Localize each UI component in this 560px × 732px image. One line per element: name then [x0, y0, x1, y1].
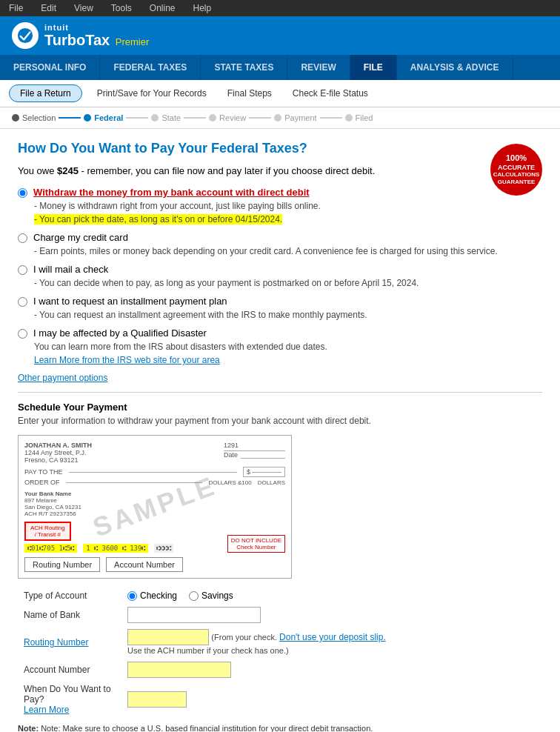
progress-state: State: [151, 113, 181, 122]
connector-3: [184, 117, 206, 119]
option-disaster: I may be affected by a Qualified Disaste…: [18, 327, 542, 367]
guarantee-line1: 100%: [506, 153, 527, 163]
page-title: How Do You Want to Pay Your Federal Taxe…: [18, 141, 542, 156]
progress-bar: Selection Federal State Review Payment F…: [0, 107, 560, 129]
check-name-row: JONATHAN A. SMITH 1244 Any Street, P.J. …: [24, 442, 285, 464]
do-not-include-area: DO NOT INCLUDE Check Number: [227, 535, 285, 553]
app-header: intuit TurboTax Premier: [0, 16, 560, 55]
final-steps-link[interactable]: Final Steps: [219, 84, 281, 103]
owe-text: You owe $245 - remember, you can file no…: [18, 165, 542, 176]
radio-credit-card[interactable]: [18, 233, 27, 243]
checkmark-icon: [17, 27, 33, 44]
radio-checking[interactable]: [127, 591, 137, 601]
file-return-btn[interactable]: File a Return: [9, 84, 82, 102]
note-text: Note: Note: Make sure to choose a U.S. b…: [18, 724, 542, 732]
dot-review: [209, 114, 216, 122]
sub-nav: File a Return Print/Save for Your Record…: [0, 80, 560, 107]
main-nav: PERSONAL INFO FEDERAL TAXES STATE TAXES …: [0, 55, 560, 80]
connector-2: [126, 117, 148, 119]
dot-state: [151, 114, 159, 122]
type-of-account-label: Type of Account: [18, 588, 121, 604]
routing-number-link[interactable]: Routing Number: [24, 637, 88, 648]
check-bottom-area: ACH Routing / Transit # ⑆01⑆705 1⑆5⑆ 1 ⑆…: [24, 522, 285, 553]
check-efile-link[interactable]: Check E-file Status: [284, 84, 377, 103]
option-disaster-label[interactable]: I may be affected by a Qualified Disaste…: [33, 327, 207, 339]
menu-help[interactable]: Help: [190, 1, 215, 15]
divider: [18, 392, 542, 393]
option-mail-check: I will mail a check - You can decide whe…: [18, 264, 542, 290]
option-mail-check-desc: - You can decide when to pay, as long as…: [34, 276, 542, 290]
radio-savings[interactable]: [189, 591, 199, 601]
routing-check-link[interactable]: Don't use your deposit slip.: [279, 632, 386, 642]
routing-number-btn[interactable]: Routing Number: [24, 557, 100, 572]
logo-icon: [12, 22, 39, 49]
option-direct-debit-label[interactable]: Withdraw the money from my bank account …: [33, 187, 310, 198]
menu-tools[interactable]: Tools: [108, 1, 135, 15]
option-credit-card-label[interactable]: Charge my credit card: [33, 232, 128, 243]
option-mail-check-label[interactable]: I will mail a check: [33, 264, 108, 275]
radio-mail-check[interactable]: [18, 265, 27, 275]
name-of-bank-label: Name of Bank: [18, 604, 121, 626]
check-bank-info: Your Bank Name 897 Melanie San Diego, CA…: [24, 490, 285, 517]
micr-account: 1 ⑆ 3600 ⑆ 139⑆: [83, 544, 148, 553]
nav-state[interactable]: STATE TAXES: [201, 55, 287, 80]
check-address1: 1244 Any Street, P.J.: [24, 449, 92, 456]
option-disaster-desc: You can learn more from the IRS about di…: [34, 340, 542, 367]
micr-check: ⑆⑆⑆⑆: [154, 544, 173, 553]
irs-learn-more-link[interactable]: Learn More from the IRS web site for you…: [34, 355, 220, 365]
check-order-line: ORDER OF DOLLARS &100 DOLLARS: [24, 479, 285, 486]
nav-analysis[interactable]: ANALYSIS & ADVICE: [397, 55, 513, 80]
menu-online[interactable]: Online: [147, 1, 179, 15]
guarantee-line3: CALCULATIONS: [493, 171, 540, 179]
radio-direct-debit[interactable]: [18, 188, 27, 198]
print-save-link[interactable]: Print/Save for Your Records: [88, 84, 216, 103]
progress-federal: Federal: [84, 113, 123, 122]
menu-edit[interactable]: Edit: [38, 1, 59, 15]
dot-selection: [12, 114, 19, 122]
check-name: JONATHAN A. SMITH: [24, 442, 92, 449]
name-of-bank-row: Name of Bank: [18, 604, 542, 626]
option-direct-debit: Withdraw the money from my bank account …: [18, 187, 542, 226]
menu-view[interactable]: View: [71, 1, 96, 15]
logo-text: intuit TurboTax Premier: [44, 23, 149, 49]
radio-installment[interactable]: [18, 297, 27, 307]
main-content: 100% ACCURATE CALCULATIONS GUARANTEE How…: [0, 129, 560, 732]
when-pay-row: When Do You Want to Pay? Learn More: [18, 681, 542, 718]
check-btn-row: Routing Number Account Number: [24, 557, 285, 572]
schedule-desc: Enter your information to withdraw your …: [18, 416, 542, 426]
check-image: SAMPLE JONATHAN A. SMITH 1244 Any Street…: [18, 435, 292, 579]
logo: intuit TurboTax Premier: [12, 22, 149, 49]
date-highlight: - You can pick the date, as long as it's…: [34, 214, 282, 224]
check-date: Date: [224, 451, 285, 459]
nav-file[interactable]: FILE: [350, 55, 397, 80]
routing-number-label: Routing Number: [18, 626, 121, 659]
when-pay-learn-more[interactable]: Learn More: [24, 705, 69, 715]
radio-disaster[interactable]: [18, 329, 27, 339]
option-installment-desc: - You can request an installment agreeme…: [34, 308, 542, 322]
name-of-bank-input[interactable]: [127, 607, 261, 623]
nav-review[interactable]: REVIEW: [287, 55, 350, 80]
intuit-label: intuit: [44, 23, 149, 32]
checking-label[interactable]: Checking: [127, 590, 177, 601]
payment-form: Type of Account Checking Savings Name of…: [18, 588, 542, 718]
nav-federal[interactable]: FEDERAL TAXES: [100, 55, 201, 80]
routing-number-input[interactable]: [127, 629, 209, 645]
dot-federal: [84, 114, 91, 122]
menu-file[interactable]: File: [6, 1, 26, 15]
account-number-input[interactable]: [127, 662, 231, 678]
check-address2: Fresno, CA 93121: [24, 456, 92, 464]
when-pay-input[interactable]: [127, 691, 187, 708]
progress-payment: Payment: [274, 113, 316, 122]
option-installment: I want to request an installment payment…: [18, 296, 542, 322]
account-number-label: Account Number: [18, 659, 121, 681]
nav-personal[interactable]: PERSONAL INFO: [0, 55, 100, 80]
account-number-row: Account Number: [18, 659, 542, 681]
guarantee-line2: ACCURATE: [498, 164, 535, 172]
savings-label[interactable]: Savings: [189, 590, 233, 601]
account-number-btn[interactable]: Account Number: [106, 557, 183, 572]
other-payment-link[interactable]: Other payment options: [18, 373, 542, 383]
routing-number-row: Routing Number (From your check. Don't u…: [18, 626, 542, 659]
turbotax-label: TurboTax: [44, 32, 110, 48]
option-installment-label[interactable]: I want to request an installment payment…: [33, 296, 227, 307]
progress-review: Review: [209, 113, 246, 122]
